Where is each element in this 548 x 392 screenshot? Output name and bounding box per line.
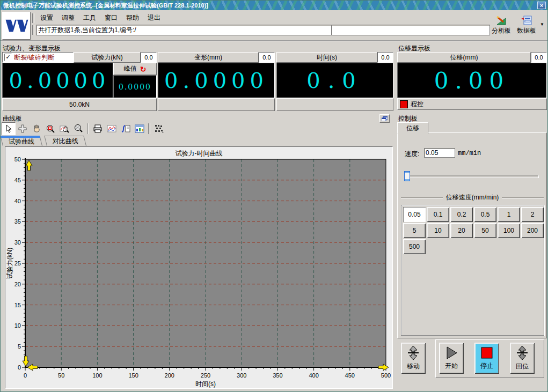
time-channel-label: 时间(s) <box>317 53 337 62</box>
force-display-unit: ✓ 断裂/破碎判断 试验力(kN) 0.0 0.0000 峰值 ↻ 0.0000… <box>2 52 157 111</box>
home-icon <box>515 345 529 360</box>
tool-zoom-out[interactable] <box>71 122 85 135</box>
tab-compare-curve-label: 对比曲线 <box>53 136 78 146</box>
position-channel-button[interactable]: 位移(mm) <box>397 52 531 63</box>
speed-slider-thumb[interactable] <box>404 171 410 181</box>
speed-button-0.05[interactable]: 0.05 <box>403 207 426 222</box>
toolbar-overflow-icon[interactable]: ▼ <box>540 22 544 27</box>
speed-slider-track[interactable] <box>405 175 539 178</box>
tool-export-curve[interactable] <box>119 122 133 135</box>
status-aux-field[interactable] <box>331 25 490 35</box>
x-tick-label: 150 <box>128 372 138 379</box>
group-line <box>502 197 544 198</box>
tab-compare-curve[interactable]: 对比曲线 <box>44 136 86 146</box>
y-tick-label: 10 <box>14 322 21 329</box>
speed-button-5[interactable]: 5 <box>403 223 426 238</box>
move-button[interactable]: 移动 <box>401 343 426 374</box>
y-tick-label: 40 <box>14 198 21 204</box>
chart-container[interactable]: 试验力-时间曲线 0501001502002503003504004505000… <box>5 146 393 389</box>
break-judge-cell: ✓ 断裂/破碎判断 <box>2 52 74 63</box>
time-rate-value: 0.0 <box>377 52 393 63</box>
speed-button-0.2[interactable]: 0.2 <box>450 207 473 222</box>
tool-zoom-rect[interactable] <box>43 122 57 135</box>
data-panel-label: 数据板 <box>517 26 536 35</box>
tab-test-curve[interactable]: 试验曲线 <box>0 136 42 146</box>
toolbar-separator <box>148 123 150 134</box>
menu-item-2[interactable]: 调整 <box>57 12 79 24</box>
restore-icon <box>382 116 388 121</box>
data-panel-button[interactable]: 数据板 <box>514 13 539 37</box>
tool-zoom-curve[interactable] <box>57 122 71 135</box>
break-judge-label: 断裂/破碎判断 <box>14 53 54 62</box>
speed-button-0.5[interactable]: 0.5 <box>474 207 496 222</box>
speed-unit-label: mm/min <box>458 150 481 157</box>
deform-display-unit: 变形(mm) 0.0 0.0000 <box>158 52 275 111</box>
speed-button-0.1[interactable]: 0.1 <box>427 207 449 222</box>
deform-channel-label: 变形(mm) <box>194 53 222 62</box>
speed-button-2[interactable]: 2 <box>521 207 544 222</box>
speed-button-50[interactable]: 50 <box>474 223 496 238</box>
toolbar-separator <box>87 123 89 134</box>
speed-group-header: 位移速度(mm/min) <box>401 193 544 202</box>
start-button[interactable]: 开始 <box>439 343 464 374</box>
tool-data-window[interactable] <box>133 122 147 135</box>
brand-logo-icon <box>4 18 29 33</box>
time-channel-button[interactable]: 时间(s) <box>276 52 377 63</box>
tool-move[interactable] <box>16 122 30 135</box>
x-tick-label: 400 <box>309 372 318 379</box>
peak-reset-icon[interactable]: ↻ <box>140 65 147 73</box>
tab-position-control[interactable]: 位移 <box>397 122 428 134</box>
window-title: 微机控制电子万能试验机测控系统--[金属材料室温拉伸试验(GB/T 228.1-… <box>3 2 208 9</box>
tool-curve-style[interactable] <box>105 122 119 135</box>
panel-restore-button[interactable] <box>379 114 390 123</box>
close-button[interactable]: × <box>537 2 546 9</box>
force-range-bar: 50.0kN <box>2 98 157 111</box>
status-message-field[interactable] <box>36 25 332 35</box>
chart-title: 试验力-时间曲线 <box>5 149 392 158</box>
close-icon: × <box>540 2 543 9</box>
home-button[interactable]: 回位 <box>510 343 535 374</box>
analysis-icon <box>496 16 507 25</box>
start-button-label: 开始 <box>445 361 458 371</box>
speed-button-100[interactable]: 100 <box>498 223 520 238</box>
speed-input[interactable] <box>424 148 455 158</box>
tool-pan-hand[interactable] <box>30 122 43 135</box>
menu-item-5[interactable]: 帮助 <box>122 12 143 24</box>
menu-item-1[interactable]: 设置 <box>36 12 57 24</box>
chart-plot[interactable]: 0501001502002503003504004505000510152025… <box>5 147 392 388</box>
menu-item-6[interactable]: 退出 <box>143 12 165 24</box>
speed-button-1[interactable]: 1 <box>498 207 520 222</box>
move-button-label: 移动 <box>407 362 420 371</box>
deform-value-display: 0.0000 <box>158 63 275 98</box>
speed-label: 速度: <box>405 150 419 159</box>
speed-button-500[interactable]: 500 <box>403 239 426 254</box>
tool-print[interactable] <box>91 122 105 135</box>
stop-icon <box>480 346 494 360</box>
stop-button[interactable]: 停止 <box>474 343 499 374</box>
break-judge-checkbox[interactable]: ✓ <box>4 54 12 61</box>
speed-button-20[interactable]: 20 <box>450 223 473 238</box>
deform-channel-button[interactable]: 变形(mm) <box>158 52 259 63</box>
x-tick-label: 300 <box>237 372 246 379</box>
speed-grid-box: 0.050.10.20.5125102050100200500 <box>401 205 544 336</box>
home-button-label: 回位 <box>516 362 529 371</box>
toolbar-separator <box>32 13 34 23</box>
tool-scan-settings[interactable] <box>152 122 166 135</box>
group-line <box>401 197 443 198</box>
menu-item-4[interactable]: 窗口 <box>100 12 122 24</box>
x-axis-label: 时间(s) <box>195 380 216 388</box>
analysis-panel-button[interactable]: 分析板 <box>489 13 514 37</box>
peak-label: 峰值 <box>124 64 137 73</box>
peak-header: 峰值 ↻ <box>113 63 157 75</box>
menu-item-3[interactable]: 工具 <box>79 12 100 24</box>
move-icon <box>406 345 420 360</box>
speed-button-200[interactable]: 200 <box>521 223 544 238</box>
y-tick-label: 45 <box>14 177 21 183</box>
peak-value-display: 0.0000 <box>113 75 157 98</box>
tool-cursor[interactable] <box>2 122 16 135</box>
force-channel-button[interactable]: 试验力(kN) <box>74 52 141 63</box>
menu-bar: 设置调整工具窗口帮助退出 <box>36 12 165 22</box>
speed-button-10[interactable]: 10 <box>427 223 449 238</box>
y-tick-label: 5 <box>18 343 21 350</box>
x-tick-label: 450 <box>345 372 355 379</box>
